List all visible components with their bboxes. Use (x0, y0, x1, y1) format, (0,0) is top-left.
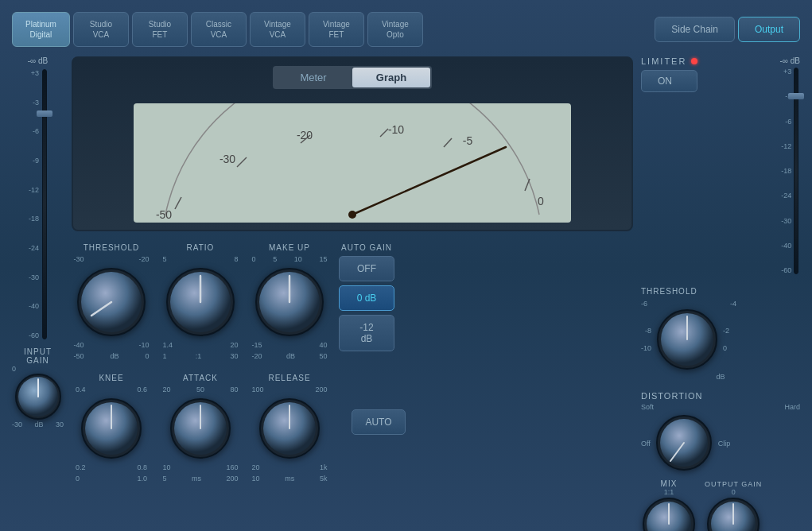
center-panel: Meter Graph -50 (72, 56, 633, 502)
side-chain-button[interactable]: Side Chain (655, 17, 735, 42)
makeup-group: MAKE UP 051015 (250, 243, 329, 360)
release-group: RELEASE 100200 (250, 374, 329, 483)
knee-knob[interactable] (80, 397, 143, 460)
svg-text:-20: -20 (297, 129, 313, 141)
attack-knob[interactable] (169, 397, 232, 460)
right-fader-thumb[interactable] (788, 93, 804, 99)
auto-gain-off-btn[interactable]: OFF (339, 256, 394, 281)
attack-label: ATTACK (183, 374, 218, 382)
mix-output-section: MIX 1:1 (641, 479, 800, 531)
output-button[interactable]: Output (738, 17, 800, 42)
limiter-label: LIMITER (641, 56, 697, 66)
svg-text:-30: -30 (220, 153, 235, 165)
auto-release-section: AUTO (339, 409, 418, 435)
output-db-label: -∞ dB (780, 56, 800, 65)
tab-studio-fet[interactable]: StudioFET (132, 12, 188, 47)
threshold-knob[interactable] (76, 266, 147, 338)
svg-rect-3 (134, 103, 571, 223)
auto-gain-12db-btn[interactable]: -12 dB (339, 315, 394, 351)
distortion-knob[interactable] (655, 413, 714, 473)
input-gain-fader-track[interactable] (42, 69, 47, 339)
output-gain-label: OUTPUT GAIN (705, 480, 762, 488)
ratio-knob[interactable] (165, 266, 236, 338)
tabs-right: Side Chain Output (655, 17, 800, 42)
right-fader-track[interactable] (794, 68, 798, 274)
input-gain-label: INPUT GAIN (12, 347, 64, 365)
svg-text:-5: -5 (463, 134, 473, 147)
release-knob[interactable] (258, 397, 321, 460)
limiter-led (691, 58, 697, 64)
threshold-right-knob[interactable] (655, 308, 719, 371)
tab-studio-vca[interactable]: StudioVCA (73, 12, 129, 47)
auto-gain-label: AUTO GAIN (341, 243, 392, 252)
mix-label: MIX (661, 479, 678, 488)
makeup-label: MAKE UP (269, 243, 310, 252)
tab-classic-vca[interactable]: ClassicVCA (191, 12, 247, 47)
threshold-group: THRESHOLD -30-20 (72, 243, 151, 360)
tab-platinum-digital[interactable]: PlatinumDigital (12, 12, 70, 47)
controls-row2: KNEE 0.40.6 (72, 372, 633, 484)
input-gain-fader-thumb[interactable] (37, 110, 52, 117)
controls-row1: THRESHOLD -30-20 (72, 239, 633, 364)
auto-gain-group: AUTO GAIN OFF 0 dB -12 dB (339, 243, 394, 351)
distortion-off-label: Off (641, 440, 651, 448)
tab-vintage-vca[interactable]: VintageVCA (250, 12, 305, 47)
right-fader-section: -∞ dB +3 -3 -6 -12 -18 -24 -30 -40 -60 (780, 56, 800, 274)
meter-tabs: Meter Graph (273, 66, 432, 89)
tab-vintage-fet[interactable]: VintageFET (309, 12, 364, 47)
tabs-left: PlatinumDigital StudioVCA StudioFET Clas… (12, 12, 423, 47)
svg-text:-50: -50 (156, 208, 172, 221)
threshold-label: THRESHOLD (84, 243, 140, 252)
distortion-section: DISTORTION Soft Hard Off (641, 391, 800, 473)
mix-scale: 1:1 (664, 488, 674, 496)
left-panel: -∞ dB +3 -3 -6 -9 -12 -18 -24 (12, 56, 64, 502)
ratio-group: RATIO 58 (161, 243, 240, 360)
auto-gain-0db-btn[interactable]: 0 dB (339, 285, 394, 311)
tab-bar: PlatinumDigital StudioVCA StudioFET Clas… (12, 12, 800, 47)
output-gain-knob[interactable] (705, 496, 761, 531)
svg-text:0: 0 (538, 195, 544, 207)
knee-label: KNEE (99, 374, 123, 382)
attack-group: ATTACK 205080 (161, 374, 240, 483)
meter-display: Meter Graph -50 (72, 56, 633, 231)
threshold-section: THRESHOLD -6 -4 -8 -10 (641, 287, 800, 381)
auto-release-btn[interactable]: AUTO (352, 409, 405, 435)
mix-section: MIX 1:1 (641, 479, 697, 531)
threshold-right-label: THRESHOLD (641, 287, 800, 296)
main-content: -∞ dB +3 -3 -6 -9 -12 -18 -24 (12, 56, 800, 502)
knee-group: KNEE 0.40.6 (72, 374, 151, 483)
input-db-label: -∞ dB (28, 56, 48, 65)
distortion-label: DISTORTION (641, 391, 800, 401)
output-gain-section: OUTPUT GAIN 0 (705, 480, 762, 531)
release-label: RELEASE (268, 374, 310, 382)
limiter-on-button[interactable]: ON (641, 70, 697, 92)
tab-vintage-opto[interactable]: VintageOpto (367, 12, 423, 47)
mix-knob[interactable] (641, 496, 697, 531)
threshold-unit: dB (641, 373, 800, 381)
right-panel: LIMITER ON -∞ dB +3 -3 -6 -12 -18 (641, 56, 800, 502)
meter-tab[interactable]: Meter (274, 68, 352, 87)
graph-tab[interactable]: Graph (352, 68, 430, 87)
vu-meter: -50 -30 -20 -10 -5 (81, 103, 624, 223)
ratio-label: RATIO (187, 243, 215, 252)
plugin-container: PlatinumDigital StudioVCA StudioFET Clas… (0, 0, 812, 531)
input-gain-knob[interactable] (14, 373, 62, 421)
distortion-clip-label: Clip (718, 440, 731, 448)
distortion-sublabels: Soft Hard (641, 403, 800, 411)
limiter-section: LIMITER ON -∞ dB +3 -3 -6 -12 -18 (641, 56, 800, 274)
svg-point-17 (348, 211, 356, 219)
makeup-knob[interactable] (254, 266, 325, 338)
svg-text:-10: -10 (388, 123, 404, 136)
